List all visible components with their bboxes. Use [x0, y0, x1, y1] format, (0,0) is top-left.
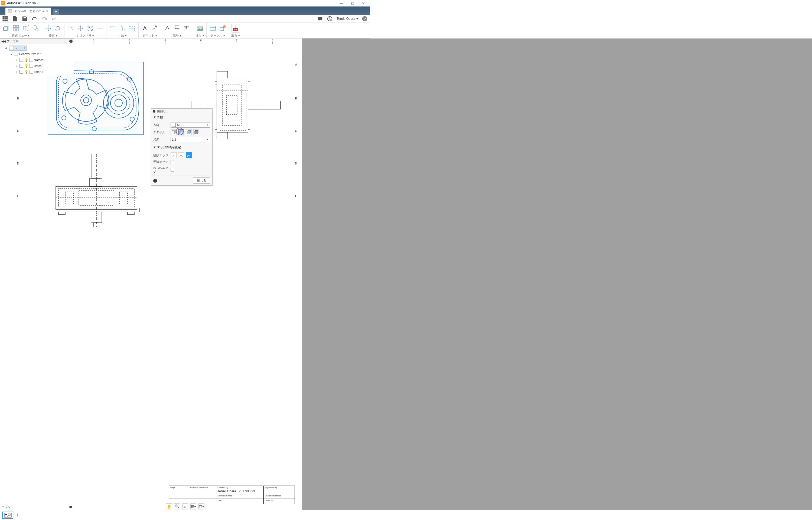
settings-dot-icon[interactable] — [69, 40, 73, 43]
tangent-off-icon[interactable] — [171, 152, 176, 158]
redo-icon[interactable] — [41, 16, 47, 22]
drawing-view-front[interactable] — [49, 154, 144, 227]
datum-icon[interactable] — [173, 24, 181, 32]
rotate-icon[interactable] — [54, 24, 62, 32]
job-status-icon[interactable] — [327, 16, 333, 22]
dialog-title[interactable]: 図面ビュー — [151, 109, 212, 114]
ribbon-label[interactable]: 修正 ▾ — [44, 33, 62, 38]
save-icon[interactable] — [22, 16, 28, 22]
edge-extension-icon[interactable] — [96, 24, 104, 32]
svg-point-68 — [107, 92, 130, 114]
svg-text:0: 0 — [130, 25, 131, 28]
file-menu-icon[interactable] — [12, 16, 18, 22]
style-wireframe-icon[interactable] — [171, 129, 176, 135]
text-icon[interactable]: A — [141, 24, 149, 32]
collapse-icon[interactable]: ◀◀ — [1, 40, 6, 43]
projected-view-icon[interactable] — [12, 24, 20, 32]
ribbon-label[interactable]: 寸法 ▾ — [109, 33, 136, 38]
insert-image-icon[interactable] — [195, 23, 204, 33]
dimension-icon[interactable] — [109, 24, 117, 32]
ribbon-label[interactable]: テーブル ▾ — [209, 33, 227, 38]
document-tab[interactable]: GenevaD... 図面 v2* ● ✕ — [5, 7, 51, 15]
visibility-checkbox[interactable]: ✓ — [20, 58, 23, 62]
help-icon[interactable]: ? — [362, 16, 368, 22]
table-icon[interactable] — [209, 24, 217, 32]
expand-icon[interactable]: ▷ — [16, 71, 19, 73]
tangent-short-icon[interactable] — [178, 152, 184, 158]
ribbon-label[interactable]: 記号 ▾ — [163, 33, 191, 38]
ruler-horizontal: 3 4 5 6 7 8 — [76, 38, 302, 44]
workarea: 3 4 5 6 7 8 A B C D E A B C D E — [0, 38, 370, 237]
style-shaded-edges-icon[interactable] — [193, 129, 199, 135]
expand-icon[interactable]: ◢ — [5, 47, 7, 49]
close-button[interactable]: 閉じる — [193, 178, 210, 184]
link-icon[interactable] — [51, 16, 57, 22]
new-tab-button[interactable]: + — [53, 9, 59, 15]
base-view-icon[interactable] — [2, 24, 10, 32]
expand-icon[interactable]: ◢ — [10, 53, 13, 55]
ordinate-dimension-icon[interactable]: 0 — [118, 24, 127, 32]
style-hidden-visible-icon[interactable] — [178, 129, 184, 135]
orientation-dropdown[interactable]: 前 ▼ — [171, 122, 210, 128]
thread-checkbox[interactable] — [171, 168, 174, 172]
move-icon[interactable] — [44, 24, 52, 32]
center-mark-icon[interactable] — [76, 24, 84, 32]
tree-item[interactable]: ▷ ✓ 💡 rotor:1 — [5, 69, 73, 75]
component-icon — [14, 52, 18, 56]
minimize-button[interactable]: — — [336, 0, 347, 6]
ribbon-group-insert: 挿入 ▾ — [193, 23, 206, 38]
scale-dropdown[interactable]: 1:2 ▼ — [171, 137, 210, 142]
interference-checkbox[interactable] — [171, 160, 174, 164]
ribbon-label[interactable]: 出力 ▾ — [231, 33, 240, 38]
expand-icon[interactable]: ▷ — [16, 64, 19, 67]
section-appearance[interactable]: ▼ 外観 — [151, 114, 212, 120]
style-shaded-icon[interactable] — [186, 129, 192, 135]
section-view-icon[interactable] — [22, 24, 30, 32]
undo-icon[interactable] — [31, 16, 37, 22]
tree-root[interactable]: ◢ GenevaDrive v3:1 — [5, 51, 73, 57]
lightbulb-icon[interactable]: 💡 — [24, 58, 28, 62]
tree-item[interactable]: ▷ ✓ 💡 frame:1 — [5, 57, 73, 63]
svg-point-64 — [65, 79, 107, 122]
feature-control-frame-icon[interactable]: A — [183, 24, 191, 32]
leader-text-icon[interactable]: A — [150, 24, 159, 32]
close-window-button[interactable]: ✕ — [358, 0, 369, 6]
ribbon-label[interactable]: 挿入 ▾ — [195, 33, 204, 38]
ribbon-label[interactable]: ジオメトリ ▾ — [66, 33, 104, 38]
visibility-checkbox[interactable]: ✓ — [20, 70, 23, 74]
svg-point-66 — [83, 98, 89, 103]
close-tab-icon[interactable]: ✕ — [46, 9, 49, 13]
center-pattern-icon[interactable] — [86, 24, 94, 32]
ribbon-group-tables: 1 テーブル ▾ — [206, 23, 229, 38]
detail-view-icon[interactable] — [31, 24, 39, 32]
lightbulb-icon[interactable]: 💡 — [24, 64, 28, 68]
section-edges[interactable]: ▼ エッジの表示設定 — [151, 144, 212, 150]
lightbulb-icon[interactable]: 💡 — [24, 70, 28, 74]
chevron-down-icon: ▾ — [356, 17, 358, 21]
svg-rect-83 — [226, 96, 237, 114]
grid-menu-icon[interactable] — [2, 16, 8, 22]
comments-icon[interactable] — [317, 16, 323, 22]
tree-sheet[interactable]: ◢ シート1 — [5, 45, 73, 51]
centerline-icon[interactable] — [66, 24, 75, 32]
tree-item[interactable]: ▷ ✓ 💡 cross:1 — [5, 63, 73, 69]
tangent-full-icon[interactable] — [186, 152, 192, 158]
user-menu[interactable]: Teruki Obara ▾ — [337, 17, 358, 21]
baseline-dimension-icon[interactable]: 0xx — [128, 24, 136, 32]
ribbon-group-dimensions: 0 0xx 寸法 ▾ — [106, 23, 139, 38]
ribbon-label[interactable]: 図面ビュー ▾ — [2, 33, 39, 38]
info-icon[interactable]: i — [153, 179, 157, 183]
visibility-checkbox[interactable]: ✓ — [20, 64, 23, 68]
component-icon — [29, 70, 33, 74]
sheet-icon — [10, 46, 14, 50]
dialog-pin-icon[interactable] — [153, 110, 156, 113]
browser-header[interactable]: ◀◀ ブラウザ — [0, 38, 74, 44]
svg-rect-15 — [13, 29, 16, 31]
output-pdf-icon[interactable]: ↓ PDF — [231, 23, 240, 33]
balloon-icon[interactable]: 1 — [219, 24, 227, 32]
maximize-button[interactable]: ▢ — [347, 0, 358, 6]
expand-icon[interactable]: ▷ — [16, 58, 19, 61]
surface-texture-icon[interactable] — [163, 24, 171, 32]
ribbon-label[interactable]: テキスト ▾ — [141, 33, 159, 38]
cube-icon — [172, 123, 176, 127]
